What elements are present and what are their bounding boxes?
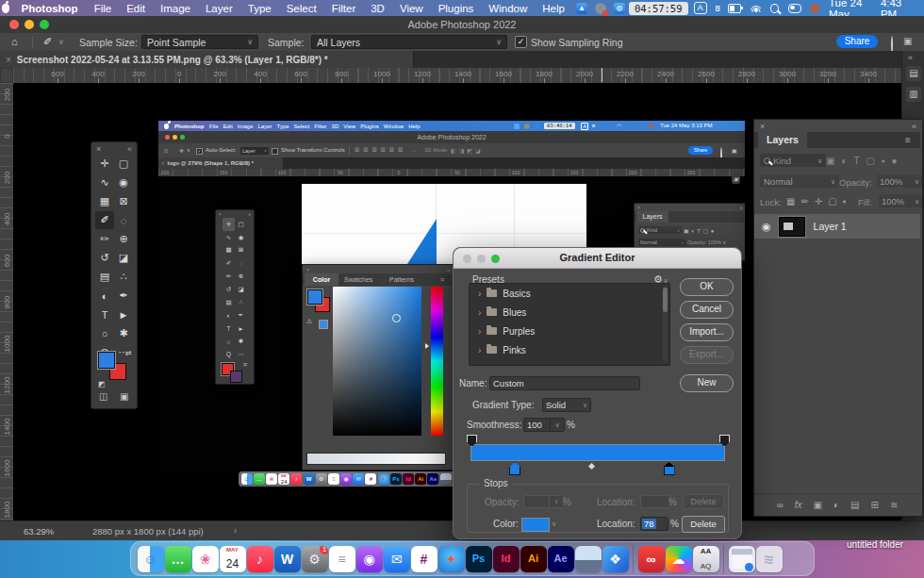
dock-item-photoshop[interactable]: Ps <box>390 473 402 485</box>
timer-readout[interactable]: 04:57:59 <box>629 2 688 15</box>
new-layer-icon[interactable]: ⊞ <box>871 500 879 510</box>
dock-item-indesign[interactable]: Id <box>403 473 414 485</box>
fx-icon[interactable]: fx <box>795 500 802 510</box>
lasso-tool-icon[interactable]: ∿ <box>95 173 114 191</box>
document-tab[interactable]: × Screenshot 2022-05-24 at 3.13.55 PM.pn… <box>0 51 414 68</box>
layer-thumbnail[interactable] <box>779 217 805 237</box>
lock-transparency-icon[interactable]: ▦ <box>786 196 795 206</box>
menu-item-3d[interactable]: 3D <box>363 3 392 14</box>
gradient-tool-icon[interactable]: ▤ <box>95 268 114 286</box>
dock-item-word[interactable]: W <box>304 473 315 485</box>
dock-item-minimized-window[interactable] <box>729 546 755 572</box>
smoothness-field[interactable]: 100 <box>523 418 552 432</box>
dodge-tool-icon[interactable]: ◐ <box>95 287 114 305</box>
gradient-name-field[interactable]: Custom <box>489 376 640 390</box>
sample-dropdown[interactable]: All Layers∨ <box>311 35 507 49</box>
move-tool-icon[interactable]: ✛ <box>95 155 114 173</box>
filter-adjustment-icon[interactable]: ◐ <box>841 156 847 166</box>
filter-dot-icon[interactable]: ● <box>892 156 898 166</box>
stop-location-field[interactable]: 78 <box>640 517 668 531</box>
pen-tool-icon[interactable]: ✒ <box>114 287 133 305</box>
dock-item-mail[interactable]: ✉ <box>353 473 364 485</box>
dock-item-indesign[interactable]: Id <box>493 546 520 572</box>
share-button[interactable]: Share <box>836 35 878 48</box>
dock-item-blue-app[interactable]: ❖ <box>602 546 629 572</box>
menu-item-type[interactable]: Type <box>240 3 279 14</box>
dock-item-word[interactable]: W <box>274 546 301 572</box>
menu-item-filter[interactable]: Filter <box>324 3 364 14</box>
smudge-tool-icon[interactable]: ∴ <box>114 268 133 286</box>
layers-panel-close-icon[interactable]: × <box>760 122 765 131</box>
filter-smart-icon[interactable]: ▪ <box>882 156 885 166</box>
clone-stamp-tool-icon[interactable]: ⊕ <box>114 230 133 248</box>
stop-color-caret-icon[interactable]: ∨ <box>552 520 556 527</box>
dock-item-slack[interactable]: # <box>365 473 376 485</box>
dock-item-settings[interactable]: ⚙1 <box>302 546 328 572</box>
preset-group-purples[interactable]: ›Purples <box>470 322 669 340</box>
gradient-preview-bar[interactable] <box>470 444 725 461</box>
recorder-app-icon[interactable]: ▲ <box>576 3 587 14</box>
dock-item-finder[interactable]: ☺ <box>138 546 164 572</box>
toolbar-collapse-icon[interactable]: « <box>127 144 132 154</box>
dock-item-aftereffects[interactable]: Ae <box>427 473 438 485</box>
menu-item-view[interactable]: View <box>392 3 431 14</box>
dock-item-slack[interactable]: # <box>411 546 437 572</box>
presets-scrollbar[interactable] <box>663 286 668 363</box>
sample-size-dropdown[interactable]: Point Sample∨ <box>141 35 258 49</box>
layers-panel-tab[interactable]: Layers <box>758 132 807 148</box>
crop-tool-icon[interactable]: ▦ <box>95 192 114 210</box>
menu-item-select[interactable]: Select <box>279 3 324 14</box>
mask-icon[interactable]: ▣ <box>814 500 822 510</box>
dock-item-calendar[interactable]: MAY24 <box>278 473 289 485</box>
dock-item-music[interactable]: ♪ <box>247 546 273 572</box>
delete-stop-button[interactable]: Delete <box>682 516 725 533</box>
tab-close-icon[interactable]: × <box>0 55 17 65</box>
default-colors-icon[interactable]: ◩ <box>98 380 106 388</box>
menu-item-photoshop[interactable]: Photoshop <box>13 3 87 14</box>
group-icon[interactable]: ▤ <box>850 500 859 510</box>
layers-panel-menu-icon[interactable]: ≡ <box>905 135 911 145</box>
dock-item-safari[interactable]: ✦ <box>378 473 389 485</box>
preset-group-pinks[interactable]: ›Pinks <box>470 340 669 359</box>
wifi-icon[interactable] <box>751 4 761 12</box>
dock-item-reminders[interactable]: ≡ <box>329 546 355 572</box>
menu-item-plugins[interactable]: Plugins <box>431 3 482 14</box>
dock-item-photoshop[interactable]: Ps <box>466 546 492 572</box>
panel-icon-properties[interactable]: ▤ <box>906 66 921 81</box>
dock-item-messages[interactable]: … <box>165 546 191 572</box>
dialog-titlebar[interactable]: Gradient Editor <box>454 248 741 269</box>
bluetooth-icon[interactable]: ʙ <box>716 3 720 13</box>
filter-pixel-icon[interactable]: ▣ <box>826 156 834 166</box>
hand-tool-icon[interactable]: ✱ <box>114 324 133 342</box>
preset-group-basics[interactable]: ›Basics <box>470 284 669 303</box>
quick-select-tool-icon[interactable]: ◉ <box>114 173 133 191</box>
cancel-button[interactable]: Cancel <box>680 301 734 319</box>
sampling-ring-checkbox[interactable]: ✓ <box>515 36 527 48</box>
screen-mode-icon[interactable]: ▣ <box>120 391 128 402</box>
menu-item-edit[interactable]: Edit <box>119 3 153 14</box>
status-app-icon[interactable] <box>810 4 819 13</box>
history-brush-tool-icon[interactable]: ↺ <box>95 249 114 267</box>
disclosure-chevron-icon[interactable]: › <box>478 326 481 337</box>
filter-shape-icon[interactable]: ▢ <box>866 156 875 166</box>
screen-share-icon[interactable] <box>595 3 606 14</box>
shape-tool-icon[interactable]: ○ <box>95 324 114 342</box>
type-tool-icon[interactable]: T <box>95 306 114 323</box>
layer-visibility-icon[interactable]: ◉ <box>754 221 779 233</box>
apple-menu-icon[interactable] <box>2 4 9 13</box>
layer-name[interactable]: Layer 1 <box>805 221 847 232</box>
dock-item-settings[interactable]: ⚙ <box>316 473 327 485</box>
dock-item-mail[interactable]: ✉ <box>384 546 410 572</box>
dock-item-media-app[interactable] <box>575 546 602 572</box>
opacity-field[interactable]: 100%∨ <box>877 174 922 188</box>
collapse-panels-icon[interactable]: « <box>908 53 913 62</box>
presets-scrollbar-thumb[interactable] <box>663 288 668 312</box>
battery-icon[interactable] <box>728 4 742 13</box>
adjustment-icon[interactable]: ◐ <box>833 500 839 510</box>
foreground-color-swatch[interactable] <box>98 352 115 369</box>
eraser-tool-icon[interactable]: ◪ <box>114 249 133 267</box>
dock-item-finder[interactable]: ☺ <box>241 473 253 485</box>
timer-app-icon[interactable]: ◍ <box>614 3 625 14</box>
toolbar-close-icon[interactable]: × <box>96 144 101 154</box>
dock-item-calendar[interactable]: MAY24 <box>220 546 246 572</box>
